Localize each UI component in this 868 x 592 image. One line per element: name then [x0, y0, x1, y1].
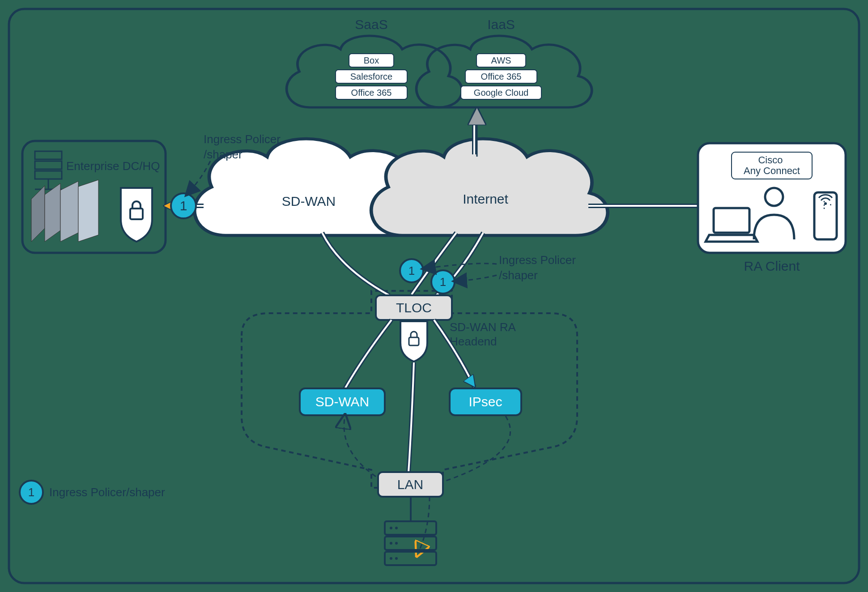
firewall-icon: [121, 188, 152, 242]
saas-cloud: SaaS Box Salesforce Office 365: [287, 17, 462, 107]
svg-point-52: [390, 557, 392, 560]
svg-marker-15: [78, 180, 98, 242]
svg-rect-9: [35, 171, 62, 179]
svg-point-51: [395, 542, 398, 545]
svg-point-50: [390, 542, 392, 545]
saas-item-1: Salesforce: [350, 72, 393, 81]
svg-marker-14: [60, 181, 78, 242]
sdwan-cloud-label: SD-WAN: [282, 194, 336, 209]
server-towers-icon: [31, 180, 98, 242]
svg-rect-7: [35, 151, 62, 159]
svg-text:1: 1: [28, 486, 34, 499]
policer-badge-dc: 1: [171, 193, 196, 218]
link-sdwan-tloc: [322, 233, 389, 295]
policer-label-mid: Ingress Policer /shaper: [499, 253, 579, 282]
internet-cloud: Internet: [371, 139, 608, 235]
svg-point-49: [395, 527, 398, 529]
tloc-shield-icon: [400, 321, 427, 362]
lan-box: LAN: [378, 472, 443, 497]
link-lan-server-dash: [418, 497, 430, 553]
headend-label: SD-WAN RA Headend: [450, 320, 519, 348]
svg-text:1: 1: [408, 264, 415, 277]
svg-rect-8: [35, 161, 62, 169]
headend-ipsec-box: IPsec: [450, 388, 521, 415]
saas-label: SaaS: [355, 17, 387, 32]
headend-sdwan-box: SD-WAN: [300, 388, 385, 415]
internet-cloud-label: Internet: [463, 192, 508, 206]
ra-client-label: RA Client: [744, 259, 800, 273]
svg-rect-47: [385, 552, 436, 565]
svg-text:SD-WAN: SD-WAN: [315, 394, 370, 409]
legend: 1 Ingress Policer/shaper: [20, 481, 165, 504]
iaas-item-1: Office 365: [481, 72, 522, 81]
svg-point-30: [824, 202, 827, 205]
iaas-label: IaaS: [487, 17, 515, 32]
svg-marker-13: [45, 183, 60, 242]
svg-text:LAN: LAN: [397, 477, 423, 492]
tloc-box: TLOC: [376, 295, 452, 320]
link-tloc-lan: [408, 362, 414, 472]
svg-text:TLOC: TLOC: [396, 300, 432, 315]
svg-rect-46: [385, 537, 436, 550]
saas-item-2: Office 365: [351, 88, 392, 98]
enterprise-label: Enterprise DC/HQ: [66, 159, 160, 173]
link-tloc-sdwan: [345, 320, 391, 389]
legend-text: Ingress Policer/shaper: [49, 486, 165, 499]
rack-icon: [35, 151, 62, 189]
svg-point-48: [390, 527, 392, 529]
policer-badge-tloc-2: 1: [431, 270, 455, 294]
svg-text:1: 1: [180, 198, 187, 213]
link-ipsec-lan-dash: [445, 416, 511, 481]
svg-marker-12: [31, 186, 45, 242]
saas-item-0: Box: [364, 55, 379, 65]
ra-client-box: Cisco Any Connect ⋮⋅: [698, 143, 846, 253]
svg-rect-45: [385, 521, 436, 535]
enterprise-dc-box: Enterprise DC/HQ: [22, 141, 166, 253]
svg-text:IPsec: IPsec: [468, 394, 502, 409]
iaas-cloud: IaaS AWS Office 365 Google Cloud: [417, 17, 592, 107]
svg-point-53: [395, 557, 398, 560]
svg-text:1: 1: [440, 275, 446, 289]
server-icon: [385, 521, 436, 565]
iaas-item-0: AWS: [491, 55, 511, 65]
policer-badge-tloc-1: 1: [400, 259, 423, 282]
iaas-item-2: Google Cloud: [474, 88, 528, 98]
